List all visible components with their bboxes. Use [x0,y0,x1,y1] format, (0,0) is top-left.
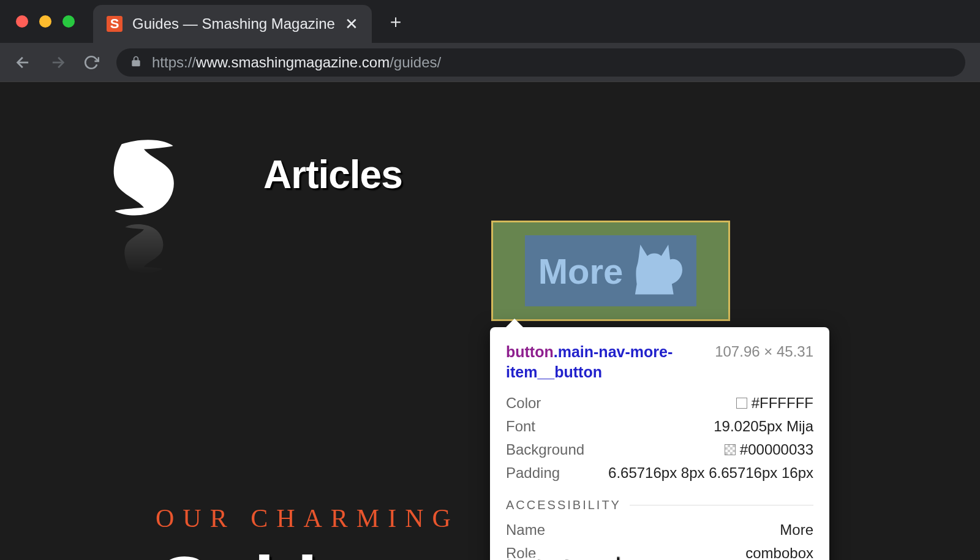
tooltip-row-padding: Padding 6.65716px 8px 6.65716px 16px [506,461,813,485]
window-zoom-button[interactable] [62,15,75,28]
window-close-button[interactable] [16,15,28,28]
new-tab-button[interactable]: ＋ [386,9,405,34]
tooltip-row-color: Color #FFFFFF [506,392,813,415]
tab-title: Guides — Smashing Magazine [132,15,335,32]
site-logo[interactable] [98,137,190,274]
tooltip-row-background: Background #00000033 [506,438,813,461]
toolbar: https://www.smashingmagazine.com/guides/ [0,43,980,82]
nav-articles[interactable]: Articles [263,152,402,197]
tooltip-selector: button.main-nav-more-item__button [506,342,703,382]
browser-tab[interactable]: S Guides — Smashing Magazine ✕ [93,5,372,43]
tab-strip: S Guides — Smashing Magazine ✕ ＋ [0,0,980,43]
more-label: More [538,251,624,292]
tooltip-dimensions: 107.96 × 45.31 [715,343,813,360]
window-controls [16,15,75,28]
headline-eyebrow: OUR CHARMING [156,504,793,533]
inspected-element-highlight: More [491,221,730,321]
forward-button[interactable] [49,54,66,71]
reload-button[interactable] [83,55,99,70]
page-content: Articles More button.main-nav-more-item_… [0,82,980,560]
lock-icon [130,54,142,71]
browser-window: S Guides — Smashing Magazine ✕ ＋ https:/… [0,0,980,82]
url-text: https://www.smashingmagazine.com/guides/ [152,54,441,71]
logo-reflection [98,219,190,274]
tab-close-icon[interactable]: ✕ [345,15,358,34]
site-nav: Articles [0,82,980,274]
headline-title: Guides to Web Des [156,540,793,560]
cat-icon [630,240,685,301]
logo-s-icon [98,137,190,223]
page-headline: OUR CHARMING Guides to Web Des [156,504,793,560]
favicon-icon: S [107,16,123,32]
window-minimize-button[interactable] [39,15,51,28]
address-bar[interactable]: https://www.smashingmagazine.com/guides/ [116,48,965,77]
nav-more-button[interactable]: More [525,235,697,306]
back-button[interactable] [15,54,32,71]
tooltip-row-font: Font 19.0205px Mija [506,415,813,438]
